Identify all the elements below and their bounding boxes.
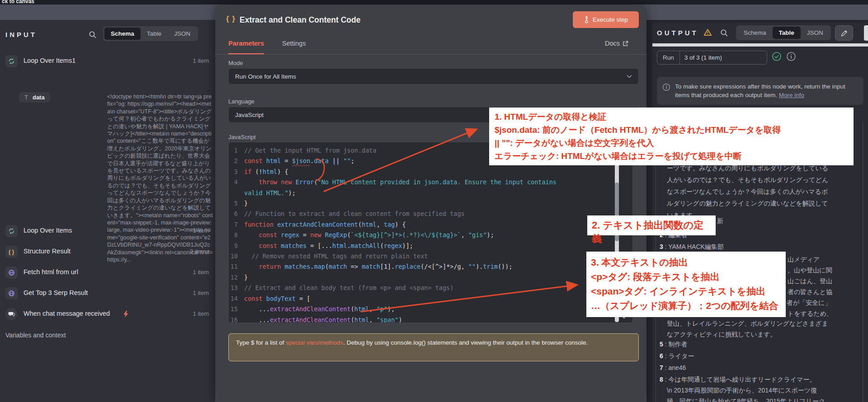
code-line: 13// Extract and clean body text (from <… xyxy=(229,283,632,293)
output-horizontal-scrollbar[interactable] xyxy=(652,43,868,47)
text-type-icon: T xyxy=(24,94,28,101)
docs-link[interactable]: Docs xyxy=(605,40,628,47)
edit-output-button[interactable] xyxy=(835,25,853,41)
back-to-canvas-link[interactable]: ck to canvas xyxy=(2,0,34,5)
sync-icon xyxy=(5,55,18,67)
table-row-1-line: なスポーツなんでしょうか？今回は多くの人がハマるボ xyxy=(667,188,828,196)
table-row-4-fragment: トをするため、 xyxy=(788,310,833,318)
mode-select[interactable]: Run Once for All Items xyxy=(228,68,639,84)
language-label: Language xyxy=(228,98,255,105)
code-line: 16 ...extractAndCleanContent(html, "span… xyxy=(229,315,632,323)
input-node-get-top-3-serp-result[interactable]: Get Top 3 Serp Result 1 item xyxy=(0,286,215,301)
info-circle-icon[interactable] xyxy=(786,51,796,61)
screen: ck to canvas INPUT Schema Table JSON Loo… xyxy=(0,0,868,402)
code-editor[interactable]: 1// Get the input HTML from json.data2co… xyxy=(228,142,633,323)
execute-step-button[interactable]: Execute step xyxy=(573,11,639,28)
flask-icon xyxy=(584,16,590,23)
input-node-fetch-html-from-url[interactable]: Fetch html from url 1 item xyxy=(0,266,215,280)
sync-icon xyxy=(5,225,18,237)
table-row-8: 8 : 今は年間通して岩場へ繰り出すリードクライマー。 xyxy=(660,376,816,384)
search-icon[interactable] xyxy=(89,31,97,39)
code-line: 15 ...extractAndCleanContent(html, "p"), xyxy=(229,304,632,314)
success-check-icon xyxy=(772,51,782,61)
input-node-loop-over-items[interactable]: Loop Over Items 1 item xyxy=(0,224,215,238)
output-tab-json[interactable]: JSON xyxy=(801,27,830,39)
run-selector[interactable]: Run 3 of 3 (1 item) xyxy=(657,51,767,65)
input-tab-table[interactable]: Table xyxy=(141,28,168,40)
warning-triangle-icon xyxy=(703,28,712,37)
input-node-structure-result[interactable]: { } Structure Result 3 items xyxy=(0,245,215,259)
code-line: 7function extractAndCleanContent(html, t… xyxy=(229,220,632,230)
output-tab-table[interactable]: Table xyxy=(773,27,801,39)
input-tab-json[interactable]: JSON xyxy=(168,28,197,40)
code-line: 5} xyxy=(229,198,632,209)
run-label: Run xyxy=(657,51,680,64)
table-row-1-line: ーツです。みなさんの周りにもボルダリングをしている xyxy=(667,164,828,173)
output-panel-title: OUTPUT xyxy=(657,29,698,37)
code-line: 4 throw new Error("No HTML content provi… xyxy=(229,177,632,198)
input-node-loop-over-items1[interactable]: Loop Over Items1 1 item xyxy=(0,54,215,69)
node-title: Extract and Clean Content Code xyxy=(240,15,360,25)
chevron-down-icon xyxy=(761,56,767,60)
table-row-8-line: \n 2013年両股関節の手術から、2014年にスポーツ復 xyxy=(667,387,817,395)
modal-tabs: Parameters Settings xyxy=(228,40,306,55)
output-vertical-scrollbar[interactable] xyxy=(863,122,863,402)
output-items-notice: To make sure expressions after this node… xyxy=(657,77,863,105)
table-row-1-line: ルダリングの魅力とクライミングの違いなどを解説して xyxy=(667,200,828,208)
table-row-4-line: 登山、トレイルランニング、ボルダリングなどさまざま xyxy=(667,320,828,328)
schema-key-label: data xyxy=(33,94,45,101)
table-row-1-line: 人がいるのでは？でも、そもそもボルダリングってどん xyxy=(667,176,828,184)
tabs-divider xyxy=(215,54,646,55)
editor-language-label: JavaScript xyxy=(228,134,256,140)
variables-and-context-section[interactable]: Variables and context xyxy=(5,332,66,339)
annotation-box-3: 3. 本文テキストの抽出 <p>タグ: 段落テキストを抽出 <span>タグ: … xyxy=(586,252,786,317)
code-line: 10 // Remove nested HTML tags and return… xyxy=(229,251,632,262)
info-circle-icon xyxy=(662,83,670,91)
code-line: 12} xyxy=(229,272,632,283)
table-row-6: 6 : ライター xyxy=(660,352,694,360)
code-line: 8 const regex = new RegExp(`<${tag}[^>]*… xyxy=(229,230,632,240)
code-node-icon: { } xyxy=(226,14,236,23)
input-node-when-chat-message-received[interactable]: When chat message received 1 item xyxy=(0,307,215,322)
code-braces-icon: { } xyxy=(5,246,18,258)
code-line: 9 const matches = [...html.matchAll(rege… xyxy=(229,241,632,251)
trigger-bolt-icon xyxy=(123,311,129,318)
input-tab-schema[interactable]: Schema xyxy=(104,28,141,40)
code-line: 11 return matches.map(match => match[1].… xyxy=(229,262,632,272)
top-navbar: ck to canvas xyxy=(0,0,868,5)
table-row-4-line: なアクティビティに挑戦しています。 xyxy=(667,331,777,339)
run-value: 3 of 3 (1 item) xyxy=(680,54,726,61)
table-row-4-fragment: 山ごはん、登山 xyxy=(788,277,832,285)
table-row-8-line: 帰。同年に登山を始めて8年経ち、2015年よりフリーク xyxy=(667,397,825,402)
table-row-4-fragment: 者の皆さんと協 xyxy=(788,288,832,296)
input-panel: INPUT Schema Table JSON Loop Over Items1… xyxy=(0,20,215,402)
annotation-box-2: 2. テキスト抽出関数の定義 xyxy=(587,215,716,235)
code-hint-box: Type $ for a list of special vars/method… xyxy=(228,333,639,361)
output-tab-schema[interactable]: Schema xyxy=(737,27,773,39)
mode-label: Mode xyxy=(228,60,243,66)
table-row-7: 7 : ane46 xyxy=(660,364,686,371)
tab-settings[interactable]: Settings xyxy=(282,40,306,55)
schema-key-data[interactable]: Tdata xyxy=(19,92,50,103)
tab-parameters[interactable]: Parameters xyxy=(228,40,264,55)
search-icon[interactable] xyxy=(720,29,728,37)
table-row-5: 5 : 制作者 xyxy=(660,341,687,349)
globe-icon xyxy=(5,266,18,279)
output-display-mode-tabs: Schema Table JSON xyxy=(736,25,831,40)
node-detail-modal: { } Extract and Clean Content Code Execu… xyxy=(215,5,646,402)
table-row-4-fragment: 。山や登山に関 xyxy=(788,266,832,275)
cropped-side-button[interactable] xyxy=(864,25,868,41)
code-line: 14const bodyText = [ xyxy=(229,294,632,304)
table-row-4-fragment: 山メディア xyxy=(788,256,820,264)
more-info-link[interactable]: More info xyxy=(779,92,804,98)
globe-icon xyxy=(5,287,18,299)
special-vars-link[interactable]: special vars/methods xyxy=(286,339,343,346)
annotation-box-1: 1. HTMLデータの取得と検証 $json.data: 前のノード（Fetch… xyxy=(489,108,854,165)
code-line: 3if (!html) { xyxy=(229,167,632,177)
table-row-fragment: 新 xyxy=(717,217,723,225)
pencil-icon xyxy=(841,30,848,37)
output-panel: OUTPUT Schema Table JSON Run 3 of 3 (1 i… xyxy=(652,23,868,402)
chevron-down-icon xyxy=(627,75,632,78)
code-line: 6// Function to extract and clean conten… xyxy=(229,209,632,219)
chat-icon xyxy=(5,308,18,320)
